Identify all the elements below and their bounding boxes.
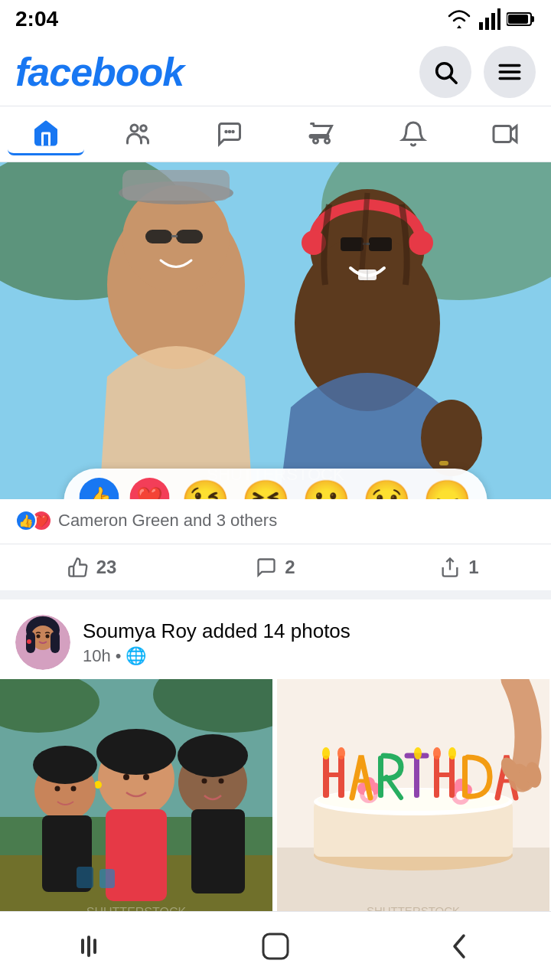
svg-point-114 — [448, 747, 456, 760]
nav-item-messenger[interactable] — [191, 113, 268, 155]
svg-rect-107 — [434, 773, 455, 777]
search-button[interactable] — [419, 46, 471, 98]
thumbsup-icon — [67, 557, 89, 578]
svg-rect-6 — [508, 15, 528, 24]
bell-icon — [399, 120, 427, 148]
svg-rect-99 — [323, 773, 344, 777]
facebook-logo: facebook — [15, 49, 184, 95]
svg-rect-3 — [497, 8, 500, 30]
svg-point-12 — [131, 125, 138, 132]
svg-rect-34 — [341, 237, 364, 251]
birthday-cake-svg: SHUTTERSTOCK — [277, 679, 549, 924]
svg-rect-0 — [479, 22, 483, 30]
nav-recents-button[interactable] — [61, 923, 122, 969]
svg-text:👍: 👍 — [86, 485, 112, 499]
svg-point-75 — [178, 734, 248, 777]
share-icon — [439, 557, 461, 578]
nav-item-marketplace[interactable] — [283, 113, 360, 155]
svg-point-71 — [55, 786, 60, 792]
svg-point-111 — [337, 747, 345, 760]
svg-point-112 — [414, 747, 422, 760]
post-header: Soumya Roy added 14 photos 10h • 🌐 — [0, 599, 551, 679]
svg-point-56 — [27, 639, 31, 644]
svg-rect-29 — [171, 235, 178, 237]
svg-point-72 — [71, 786, 77, 792]
photo-grid: SHUTTERSTOCK — [0, 679, 551, 924]
svg-rect-19 — [310, 136, 328, 138]
svg-point-41 — [421, 400, 482, 476]
reactor-text: Cameron Green and 3 others — [58, 511, 277, 531]
status-icons — [445, 8, 536, 30]
svg-rect-20 — [494, 126, 511, 142]
like-reaction[interactable]: 👍 — [80, 478, 119, 499]
hamburger-icon — [497, 59, 523, 85]
wifi-icon — [445, 8, 473, 30]
svg-rect-5 — [531, 16, 534, 22]
status-bar: 2:04 — [0, 0, 551, 38]
post-image-container: SHUTTERSTOCK 👍 ❤️ — [0, 162, 551, 499]
back-icon — [444, 931, 474, 962]
photo-svg: SHUTTERSTOCK — [0, 162, 551, 499]
post-card-2: Soumya Roy added 14 photos 10h • 🌐 — [0, 599, 551, 924]
comment-count: 2 — [285, 557, 295, 578]
nav-item-notifications[interactable] — [375, 113, 452, 155]
author-avatar[interactable] — [15, 615, 70, 670]
svg-rect-2 — [491, 13, 495, 30]
svg-rect-119 — [81, 939, 84, 954]
svg-rect-108 — [462, 756, 468, 798]
nav-item-home[interactable] — [8, 113, 84, 155]
svg-rect-1 — [485, 18, 489, 30]
emoji-reactions-popup[interactable]: 👍 ❤️ 😘 😆 😮 😢 😠 — [64, 469, 487, 499]
svg-point-110 — [322, 747, 330, 760]
menu-button[interactable] — [484, 46, 536, 98]
nav-home-button[interactable] — [245, 923, 306, 969]
battery-icon — [507, 11, 536, 28]
post-photo: SHUTTERSTOCK 👍 ❤️ — [0, 162, 551, 499]
header-actions — [419, 46, 536, 98]
svg-point-113 — [433, 747, 441, 760]
wow-reaction[interactable]: 😆 — [241, 481, 291, 499]
share-button[interactable]: 1 — [367, 544, 551, 590]
svg-rect-31 — [122, 170, 230, 201]
group-selfie-svg: SHUTTERSTOCK — [0, 679, 272, 924]
love-reaction[interactable]: ❤️ — [130, 478, 170, 499]
svg-rect-28 — [176, 230, 203, 243]
reactor-info: 👍 ❤️ Cameron Green and 3 others — [0, 499, 551, 537]
search-icon — [432, 59, 458, 85]
post-card-1: SHUTTERSTOCK 👍 ❤️ — [0, 162, 551, 590]
photo-cell-2[interactable]: SHUTTERSTOCK — [277, 679, 551, 924]
nav-item-video[interactable] — [467, 113, 543, 155]
sad-reaction[interactable]: 😮 — [302, 481, 351, 499]
nav-back-button[interactable] — [429, 923, 490, 969]
svg-point-38 — [409, 230, 433, 255]
svg-line-8 — [450, 77, 456, 83]
haha-reaction[interactable]: 😘 — [181, 481, 230, 499]
svg-rect-104 — [414, 756, 419, 798]
signal-icon — [479, 8, 500, 30]
care-reaction[interactable]: 😠 — [422, 481, 472, 499]
svg-rect-27 — [145, 230, 172, 243]
comment-icon — [256, 557, 277, 578]
avatar-svg — [15, 615, 70, 670]
svg-rect-42 — [439, 461, 448, 466]
svg-rect-78 — [77, 867, 93, 888]
svg-point-65 — [123, 774, 129, 780]
svg-point-54 — [37, 635, 41, 639]
svg-rect-121 — [93, 939, 96, 954]
nav-bar — [0, 106, 551, 162]
comment-button[interactable]: 2 — [184, 544, 367, 590]
svg-rect-120 — [87, 936, 90, 957]
app-header: facebook — [0, 38, 551, 106]
angry-reaction[interactable]: 😢 — [362, 481, 412, 499]
svg-rect-53 — [51, 632, 60, 653]
like-button[interactable]: 23 — [0, 544, 184, 590]
photo-cell-1[interactable]: SHUTTERSTOCK — [0, 679, 274, 924]
home-icon — [32, 119, 60, 147]
svg-rect-74 — [191, 809, 245, 893]
recents-icon — [77, 931, 107, 962]
svg-point-76 — [202, 779, 207, 784]
svg-rect-79 — [99, 869, 115, 888]
nav-item-friends[interactable] — [99, 113, 176, 155]
svg-point-77 — [219, 779, 224, 784]
status-time: 2:04 — [15, 7, 58, 31]
